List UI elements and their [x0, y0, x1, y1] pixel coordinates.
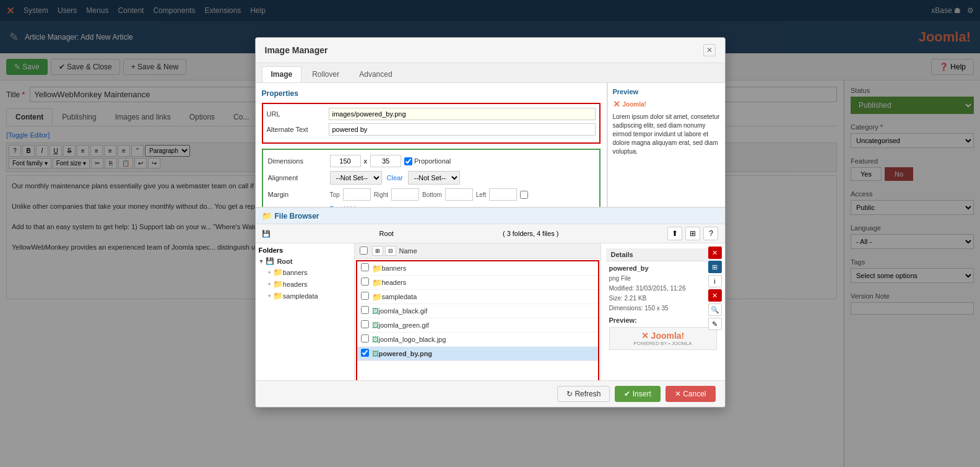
dim-x-separator: x: [364, 157, 368, 165]
check-joomla-green[interactable]: [361, 320, 369, 328]
proportional-checkbox[interactable]: [404, 157, 412, 165]
dimensions-row: Dimensions x Proportional: [268, 155, 594, 167]
path-root: Root: [379, 230, 394, 237]
details-preview-image: ✕ Joomla! POWERED BY • JOOMLA: [609, 327, 717, 350]
modal-tabs: Image Rollover Advanced: [256, 63, 725, 83]
search-btn[interactable]: 🔍: [708, 303, 722, 316]
joomla-logo-icon: 🖼: [372, 336, 379, 343]
folder-banners[interactable]: + 📁 banners: [268, 266, 351, 278]
margin-right-input[interactable]: [391, 188, 419, 201]
modal-close-button[interactable]: ✕: [703, 44, 716, 56]
margin-bottom-input[interactable]: [445, 188, 473, 201]
details-filename: powered_by: [609, 264, 717, 272]
proportional-label: Proportional: [414, 157, 451, 165]
height-input[interactable]: [370, 155, 401, 167]
details-size: Size: 2.21 KB: [609, 294, 717, 303]
margin-row: Margin Top Right Bottom Left: [268, 188, 594, 201]
list-view-btn[interactable]: ⊞: [372, 246, 383, 256]
fb-view-btn[interactable]: ⊞: [685, 227, 700, 240]
check-joomla-logo[interactable]: [361, 334, 369, 343]
resize-btn[interactable]: ⊞: [708, 261, 722, 273]
width-input[interactable]: [330, 155, 361, 167]
delete-btn[interactable]: ✕: [708, 247, 722, 259]
details-preview-label: Preview:: [609, 316, 717, 324]
url-input[interactable]: [329, 108, 596, 120]
cancel-button[interactable]: ✕ Cancel: [666, 386, 716, 402]
check-sampledata[interactable]: [361, 292, 369, 300]
details-btn[interactable]: i: [708, 275, 722, 287]
image-manager-modal: Image Manager ✕ Image Rollover Advanced …: [255, 37, 726, 408]
edit-btn[interactable]: ✎: [708, 318, 722, 330]
folder-sampledata[interactable]: + 📁 sampledata: [268, 290, 351, 302]
file-item-banners-folder[interactable]: 📁 banners: [357, 261, 598, 276]
preview-title: Preview: [613, 88, 720, 95]
banners-label: banners: [283, 269, 308, 276]
clear-link[interactable]: Clear: [387, 174, 403, 181]
fb-toolbar-icons: ⬆ ⊞ ?: [667, 227, 718, 240]
modal-header: Image Manager ✕: [256, 38, 725, 63]
file-item-joomla-black[interactable]: 🖼 joomla_black.gif: [357, 304, 598, 318]
alignment-row: Alignment --Not Set-- Clear --Not Set--: [268, 171, 594, 185]
file-browser: 📁 File Browser 💾 Root ( 3 folders, 4 fil…: [256, 207, 725, 380]
modal-tab-image[interactable]: Image: [262, 66, 302, 82]
check-powered-by[interactable]: [361, 349, 369, 357]
banners-folder-icon: 📁: [273, 268, 283, 277]
sampledata-filename: sampledata: [382, 293, 417, 300]
check-headers[interactable]: [361, 277, 369, 286]
fb-upload-btn[interactable]: ⬆: [667, 227, 682, 240]
check-joomla-black[interactable]: [361, 306, 369, 314]
modal-footer: ↻ Refresh ✔ Insert ✕ Cancel: [256, 380, 725, 407]
joomla-logo-filename: joomla_logo_black.jpg: [379, 336, 446, 343]
alt-input[interactable]: [329, 123, 596, 136]
alignment-select[interactable]: --Not Set--: [330, 171, 382, 185]
fb-help-btn[interactable]: ?: [703, 227, 718, 240]
file-item-joomla-green[interactable]: 🖼 joomla_green.gif: [357, 318, 598, 333]
equal-values-checkbox[interactable]: [520, 191, 528, 199]
refresh-button[interactable]: ↻ Refresh: [557, 386, 610, 402]
action-icons: ✕ ⊞ i ✕ 🔍 ✎: [708, 247, 722, 330]
details-dimensions: Dimensions: 150 x 35: [609, 303, 717, 313]
details-filetype: png File: [609, 274, 717, 284]
details-content: powered_by png File Modified: 31/03/2015…: [606, 261, 720, 353]
check-all-checkbox[interactable]: [360, 247, 368, 255]
insert-button[interactable]: ✔ Insert: [615, 386, 660, 402]
joomla-black-filename: joomla_black.gif: [379, 307, 428, 315]
file-item-sampledata-folder[interactable]: 📁 sampledata: [357, 290, 598, 304]
margin-left-input[interactable]: [489, 188, 517, 201]
url-row: URL: [267, 108, 596, 120]
banners-filename: banners: [382, 264, 407, 272]
notset-select[interactable]: --Not Set--: [408, 171, 460, 185]
file-browser-title: File Browser: [275, 212, 319, 220]
folders-header: Folders: [259, 247, 351, 254]
equal-values-label[interactable]: Equal Values: [330, 206, 366, 207]
folder-headers[interactable]: + 📁 headers: [268, 278, 351, 290]
check-all-col: [360, 247, 372, 256]
details-modified: Modified: 31/03/2015, 11:26: [609, 284, 717, 294]
modal-tab-advanced[interactable]: Advanced: [350, 66, 401, 82]
check-banners[interactable]: [361, 263, 369, 271]
file-item-joomla-logo-black[interactable]: 🖼 joomla_logo_black.jpg: [357, 333, 598, 347]
fb-path-bar: 💾 Root ( 3 folders, 4 files ) ⬆ ⊞ ?: [256, 224, 725, 243]
left-label: Left: [476, 191, 487, 198]
right-label: Right: [374, 191, 388, 198]
joomla-green-icon: 🖼: [372, 321, 379, 329]
powered-by-filename: powered_by.png: [379, 350, 433, 357]
root-folder-item[interactable]: ▼ 💾 Root: [259, 256, 351, 266]
grid-view-btn[interactable]: ⊟: [385, 246, 396, 256]
sampledata-label: sampledata: [283, 292, 318, 300]
margin-top-input[interactable]: [343, 188, 371, 201]
sampledata-expand: +: [268, 293, 271, 299]
name-col-header: Name: [399, 247, 596, 255]
root-folder-label: Root: [277, 258, 292, 265]
delete2-btn[interactable]: ✕: [708, 289, 722, 302]
powered-by-icon: 🖼: [372, 350, 379, 357]
fb-content: Folders ▼ 💾 Root + 📁 banners: [256, 243, 725, 380]
file-item-headers-folder[interactable]: 📁 headers: [357, 276, 598, 290]
properties-title: Properties: [262, 89, 601, 98]
file-item-powered-by[interactable]: 🖼 powered_by.png ←: [357, 347, 598, 361]
joomla-green-filename: joomla_green.gif: [379, 321, 429, 329]
headers-label: headers: [283, 281, 308, 288]
headers-folder-icon: 📁: [273, 279, 283, 289]
modal-tab-rollover[interactable]: Rollover: [303, 66, 349, 82]
file-list-header: ⊞ ⊟ Name: [355, 243, 601, 259]
